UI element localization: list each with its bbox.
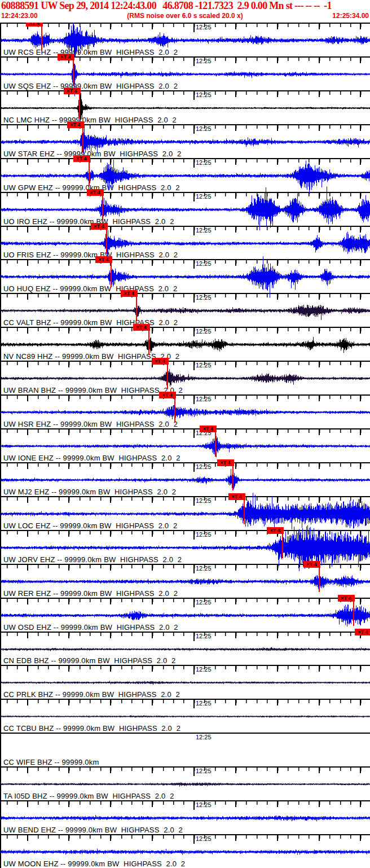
- pick-flag-line: [148, 331, 149, 355]
- pick-flag[interactable]: ×T 4: [67, 121, 84, 128]
- window-end-time: 12:25:34.00: [332, 12, 369, 20]
- pick-flag-line: [319, 568, 320, 592]
- pick-flag-line: [106, 230, 107, 254]
- pick-flag-line: [215, 432, 216, 457]
- pick-flag-line: [282, 534, 283, 558]
- pick-flag[interactable]: ×T 4: [87, 189, 104, 196]
- pick-flag[interactable]: ×T 4: [355, 629, 370, 635]
- pick-flag[interactable]: ×T 4: [159, 392, 176, 398]
- pick-flag[interactable]: ×T 4: [64, 87, 81, 94]
- trace-panel: 12:25UW RCS EHZ -- 99999.0km BW HIGHPASS…: [0, 23, 370, 868]
- pick-flag[interactable]: ×T 4: [73, 155, 90, 162]
- pick-flag-line: [73, 60, 74, 85]
- time-window-bar: 12:24:23.00 (RMS noise over 6.0 s scaled…: [0, 12, 370, 21]
- pick-flag[interactable]: ×T 4: [267, 527, 284, 534]
- pick-flag[interactable]: ×T 4: [217, 459, 234, 466]
- pick-flag-line: [174, 398, 175, 423]
- pick-flag-line: [232, 466, 234, 490]
- pick-flag[interactable]: ×T 4: [200, 426, 217, 432]
- pick-flag-line: [89, 162, 90, 186]
- pick-flag[interactable]: ×T 4: [26, 23, 43, 27]
- pick-flag-line: [244, 500, 245, 524]
- pick-flag[interactable]: ×T 4: [228, 493, 245, 500]
- pick-flag-line: [167, 365, 168, 389]
- waveform-canvas[interactable]: [1, 814, 370, 868]
- rms-scale-note: (RMS noise over 6.0 s scaled 20.0 x): [0, 12, 370, 20]
- event-header: 60888591 UW Sep 29, 2014 12:24:43.00 46.…: [0, 0, 370, 23]
- pick-flag-line: [79, 94, 80, 119]
- event-title: 60888591 UW Sep 29, 2014 12:24:43.00 46.…: [1, 0, 370, 12]
- pick-flag[interactable]: ×T 4: [133, 324, 150, 331]
- pick-flag[interactable]: ×T 4: [121, 290, 138, 297]
- pick-flag[interactable]: ×T 4: [303, 561, 320, 568]
- pick-flag[interactable]: ×T 4: [338, 595, 355, 602]
- pick-flag-line: [136, 297, 137, 321]
- pick-flag[interactable]: ×T 4: [152, 358, 169, 365]
- pick-flag-line: [353, 602, 354, 626]
- pick-flag[interactable]: ×T 4: [95, 256, 112, 263]
- pick-flag[interactable]: ×T 4: [58, 54, 74, 60]
- pick-flag[interactable]: ×T 4: [91, 223, 108, 230]
- pick-flag-line: [102, 196, 103, 220]
- pick-flag-line: [82, 128, 83, 152]
- pick-flag-line: [41, 27, 42, 51]
- seismogram-viewer: 60888591 UW Sep 29, 2014 12:24:43.00 46.…: [0, 0, 370, 868]
- pick-flag-line: [111, 263, 112, 287]
